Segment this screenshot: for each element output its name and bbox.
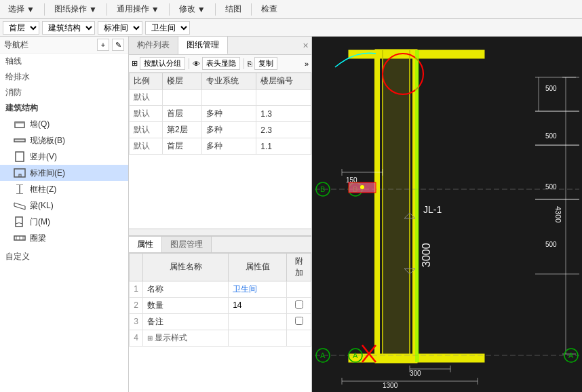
svg-rect-1 [15,122,24,123]
col-prop-name: 属性名称 [143,253,229,281]
bathroom-select[interactable]: 卫生间 [145,21,190,35]
cell-floornum-1: 1.3 [256,106,311,122]
sidebar-category-building[interactable]: 建筑结构 [0,100,128,116]
group-icon: ⊞ [132,59,138,68]
prop-row-name[interactable]: 1 名称 卫生间 [130,281,311,297]
sidebar-item-beam[interactable]: 梁(KL) [0,197,128,214]
comp-table-container: 比例 楼层 专业系统 楼层编号 默认 默认 首层 [129,73,311,229]
svg-rect-4 [16,152,24,161]
separator-1 [44,3,45,16]
cell-floor-3: 首层 [162,138,201,155]
cad-canvas[interactable]: JL-1 3000 500 500 500 500 4300 1 [312,37,582,392]
sidebar-category-custom[interactable]: 自定义 [0,249,128,264]
sidebar-category-axis[interactable]: 轴线 [0,54,128,69]
cell-scale-2: 默认 [130,122,163,138]
prop-expand-4[interactable]: ⊞显示样式 [143,330,229,346]
top-toolbar: 选择 ▼ 图纸操作 ▼ 通用操作 ▼ 修改 ▼ 结图 检查 [0,0,582,19]
tab-layer-management[interactable]: 图层管理 [162,237,212,252]
prop-row-count[interactable]: 2 数量 14 [130,297,311,313]
toolbar-divider-2 [244,58,244,69]
svg-text:500: 500 [545,85,557,92]
comp-table: 比例 楼层 专业系统 楼层编号 默认 默认 首层 [129,73,311,155]
common-ops-btn[interactable]: 通用操作 ▼ [111,2,165,16]
prop-rownum-2: 2 [130,297,143,313]
prop-row-notes[interactable]: 3 备注 [130,313,311,330]
col-prop-value: 属性值 [229,253,287,281]
svg-text:3000: 3000 [421,243,432,267]
cell-system-3: 多种 [201,138,256,155]
svg-rect-72 [415,50,419,362]
col-floor: 楼层 [162,73,201,90]
middle-panel: 构件列表 图纸管理 ✕ ⊞ 按默认分组 👁 表头显隐 ⎘ 复制 » [129,37,312,392]
prop-value-3 [229,313,287,330]
edit-nav-btn[interactable]: ✎ [112,39,124,51]
middle-panel-close-btn[interactable]: ✕ [300,37,311,54]
toggle-headers-btn[interactable]: 表头显隐 [202,57,240,70]
modify-btn[interactable]: 修改 ▼ [174,2,211,16]
sidebar-item-column[interactable]: 框柱(Z) [0,181,128,197]
table-row[interactable]: 默认 第2层 多种 2.3 [130,122,311,138]
prop-value-4 [229,330,287,346]
prop-checkbox-1 [287,281,311,297]
svg-text:1300: 1300 [383,382,398,389]
cell-system-0 [201,90,256,106]
tab-drawing-management[interactable]: 图纸管理 [178,37,228,54]
sidebar-item-shaft[interactable]: 竖井(V) [0,149,128,165]
cell-floornum-0 [256,90,311,106]
svg-text:500: 500 [545,241,557,248]
tab-properties[interactable]: 属性 [129,237,162,252]
sidebar-item-room[interactable]: 标准间(E) [0,165,128,181]
room-type-select[interactable]: 标准间 [98,21,142,35]
tab-component-list[interactable]: 构件列表 [129,37,178,54]
sidebar-category-fire[interactable]: 消防 [0,85,128,100]
main-layout: 导航栏 + ✎ 轴线 给排水 消防 建筑结构 墙(Q) 现浇板(B [0,37,582,392]
shaft-icon [14,151,26,163]
middle-tabs: 构件列表 图纸管理 ✕ [129,37,311,55]
sidebar-category-plumbing[interactable]: 给排水 [0,69,128,85]
cell-system-1: 多种 [201,106,256,122]
prop-rownum-3: 3 [130,313,143,330]
copy-btn[interactable]: 复制 [254,57,277,70]
separator-4 [215,3,216,16]
svg-rect-13 [315,37,579,392]
sidebar-item-slab[interactable]: 现浇板(B) [0,132,128,149]
prop-checkbox-2[interactable] [287,297,311,313]
system-select[interactable]: 建筑结构 [42,21,95,35]
cell-floornum-3: 1.1 [256,138,311,155]
svg-text:500: 500 [545,132,557,140]
left-sidebar: 导航栏 + ✎ 轴线 给排水 消防 建筑结构 墙(Q) 现浇板(B [0,37,129,392]
check-btn[interactable]: 检查 [256,2,283,16]
group-by-default-btn[interactable]: 按默认分组 [140,57,185,70]
prop-value-1: 卫生间 [229,281,287,297]
svg-text:500: 500 [545,183,557,191]
svg-text:B: B [320,185,325,193]
sidebar-item-wall[interactable]: 墙(Q) [0,116,128,132]
prop-value-2: 14 [229,297,287,313]
col-floor-num: 楼层编号 [256,73,311,90]
table-row[interactable]: 默认 首层 多种 1.3 [130,106,311,122]
sidebar-item-door[interactable]: 门(M) [0,214,128,230]
svg-text:A: A [320,351,326,359]
floor-select[interactable]: 首层 [3,21,39,35]
beam-icon [14,199,26,212]
comp-toolbar: ⊞ 按默认分组 👁 表头显隐 ⎘ 复制 » [129,55,311,73]
prop-checkbox-3[interactable] [287,313,311,330]
room-icon [14,167,26,179]
separator-2 [106,3,107,16]
cell-scale-1: 默认 [130,106,163,122]
add-nav-btn[interactable]: + [97,39,109,51]
horizontal-scrollbar[interactable] [129,229,311,235]
table-row[interactable]: 默认 首层 多种 1.1 [130,138,311,155]
svg-text:A: A [568,351,574,359]
cell-scale-0: 默认 [130,90,163,106]
nav-title: 导航栏 [4,39,94,51]
col-row-num [130,253,143,281]
drawing-btn[interactable]: 结图 [220,2,247,16]
cell-floor-0 [162,90,201,106]
svg-rect-15 [383,50,410,362]
sidebar-item-ring-beam[interactable]: 圈梁 [0,230,128,246]
prop-row-display[interactable]: 4 ⊞显示样式 [130,330,311,346]
table-row[interactable]: 默认 [130,90,311,106]
select-tool-btn[interactable]: 选择 ▼ [3,2,40,16]
drawing-ops-btn[interactable]: 图纸操作 ▼ [49,2,102,16]
